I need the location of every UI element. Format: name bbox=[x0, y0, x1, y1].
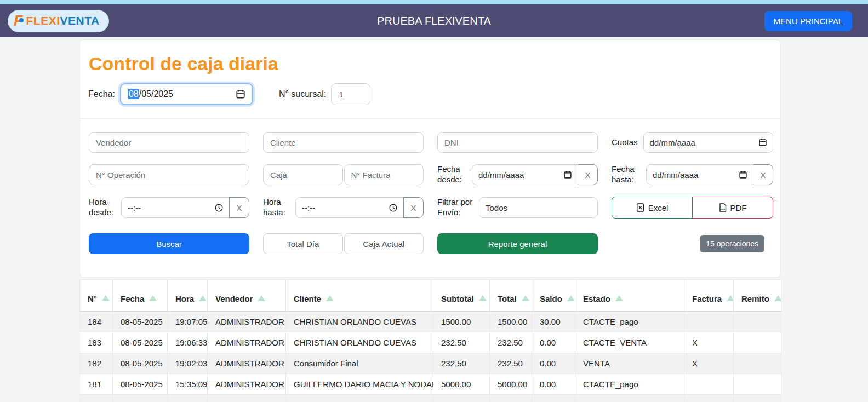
factura-input[interactable] bbox=[344, 164, 424, 185]
column-header-remito[interactable]: Remito bbox=[734, 280, 781, 312]
sort-ascending-icon[interactable] bbox=[479, 295, 487, 301]
fecha-desde-clear-button[interactable]: X bbox=[578, 164, 598, 185]
menu-principal-button[interactable]: MENU PRINCIPAL bbox=[764, 11, 852, 31]
envio-select[interactable]: Todos bbox=[479, 197, 598, 218]
cell-factura: X bbox=[684, 332, 734, 353]
column-header-n[interactable]: N° bbox=[80, 280, 113, 312]
table-row[interactable]: 18208-05-202519:02:03ADMINISTRADORConsum… bbox=[80, 353, 781, 374]
cell-fecha: 08-05-2025 bbox=[113, 312, 168, 332]
caja-input[interactable] bbox=[263, 164, 343, 185]
cell-subtotal: 5000.00 bbox=[433, 374, 490, 395]
cell-hora: 19:07:05 bbox=[168, 312, 208, 332]
sort-ascending-icon[interactable] bbox=[258, 295, 265, 301]
cell-vendedor: ADMINISTRADOR bbox=[208, 374, 286, 395]
cell-n: 182 bbox=[80, 353, 113, 374]
cell-saldo: 0.00 bbox=[532, 395, 575, 402]
cell-fecha: 08-05-2025 bbox=[113, 374, 168, 395]
caja-actual-button[interactable]: Caja Actual bbox=[344, 233, 424, 254]
vendedor-input[interactable] bbox=[89, 132, 249, 153]
app-logo[interactable]: F FLEXIVENTA bbox=[8, 10, 109, 32]
total-dia-button[interactable]: Total Día bbox=[263, 233, 343, 254]
page-title: Control de caja diaria bbox=[89, 53, 772, 74]
cell-total: 5000.00 bbox=[490, 374, 532, 395]
cell-cliente: GUILLERMO DARIO MACIA Y NODAR bbox=[286, 374, 433, 395]
column-header-cliente[interactable]: Cliente bbox=[286, 280, 433, 312]
export-excel-button[interactable]: Excel bbox=[612, 197, 693, 219]
cell-estado: CTACTE_VENTA bbox=[575, 332, 684, 353]
cell-n: 184 bbox=[80, 312, 113, 332]
calendar-icon[interactable] bbox=[236, 90, 245, 99]
page-header-title: PRUEBA FLEXIVENTA bbox=[377, 15, 490, 27]
cell-subtotal: 1125.00 bbox=[433, 395, 490, 402]
cell-remito bbox=[734, 332, 781, 353]
panel-divider bbox=[80, 118, 780, 119]
cell-fecha: 08-05-2025 bbox=[113, 395, 168, 402]
cell-saldo: 30.00 bbox=[532, 312, 575, 332]
table-row[interactable]: 18308-05-202519:06:33ADMINISTRADORCHRIST… bbox=[80, 332, 781, 353]
cell-cliente: CHRISTIAN ORLANDO CUEVAS bbox=[286, 312, 433, 332]
operations-table: N°FechaHoraVendedorClienteSubtotalTotalS… bbox=[79, 279, 781, 402]
clock-icon[interactable] bbox=[389, 204, 397, 212]
column-header-vendedor[interactable]: Vendedor bbox=[208, 280, 286, 312]
column-header-estado[interactable]: Estado bbox=[575, 280, 684, 312]
clock-icon[interactable] bbox=[215, 204, 223, 212]
cuotas-label: Cuotas bbox=[612, 137, 638, 148]
logo-text: FLEXIVENTA bbox=[26, 14, 100, 27]
sort-ascending-icon[interactable] bbox=[567, 295, 575, 301]
hora-desde-input[interactable]: --:-- bbox=[121, 197, 230, 218]
cell-total: 232.50 bbox=[490, 332, 532, 353]
cell-vendedor: ADMINISTRADOR bbox=[208, 312, 286, 332]
reporte-general-button[interactable]: Reporte general bbox=[437, 233, 598, 254]
export-pdf-button[interactable]: PDF PDF bbox=[692, 197, 773, 219]
operaciones-count-badge: 15 operaciones bbox=[700, 235, 764, 252]
cell-n: 180 bbox=[80, 395, 113, 402]
table-row[interactable]: 18108-05-202515:35:09ADMINISTRADORGUILLE… bbox=[80, 374, 781, 395]
sucursal-input[interactable] bbox=[331, 83, 370, 105]
sort-ascending-icon[interactable] bbox=[727, 295, 733, 301]
fecha-desde-input[interactable]: dd/mm/aaaa bbox=[472, 164, 578, 185]
cell-fecha: 08-05-2025 bbox=[113, 332, 168, 353]
dni-input[interactable] bbox=[437, 132, 598, 153]
cell-estado: CTACTE_pago bbox=[575, 374, 684, 395]
calendar-icon[interactable] bbox=[759, 139, 767, 146]
cell-vendedor: ADMINISTRADOR bbox=[208, 395, 286, 402]
cell-saldo: 0.00 bbox=[532, 374, 575, 395]
calendar-icon[interactable] bbox=[564, 171, 572, 179]
cuotas-date-input[interactable]: dd/mm/aaaa bbox=[643, 132, 773, 153]
sort-ascending-icon[interactable] bbox=[199, 295, 207, 301]
buscar-button[interactable]: Buscar bbox=[89, 233, 249, 254]
cell-saldo: 0.00 bbox=[532, 332, 575, 353]
fecha-hasta-input[interactable]: dd/mm/aaaa bbox=[646, 164, 753, 185]
sort-ascending-icon[interactable] bbox=[774, 295, 781, 301]
column-header-factura[interactable]: Factura bbox=[684, 280, 734, 312]
column-header-hora[interactable]: Hora bbox=[168, 280, 208, 312]
table-body: 18408-05-202519:07:05ADMINISTRADORCHRIST… bbox=[80, 312, 781, 402]
filter-panel: Control de caja diaria Fecha: 08/05/2025… bbox=[79, 39, 781, 278]
table-row[interactable]: 18008-05-202515:34:13ADMINISTRADORGUILLE… bbox=[80, 395, 781, 402]
fecha-desde-label: Fecha desde: bbox=[437, 164, 466, 185]
sort-ascending-icon[interactable] bbox=[149, 295, 157, 301]
cell-saldo: 0.00 bbox=[532, 353, 575, 374]
hora-hasta-input[interactable]: --:-- bbox=[295, 197, 404, 218]
column-header-subtotal[interactable]: Subtotal bbox=[433, 280, 490, 312]
sort-ascending-icon[interactable] bbox=[326, 295, 334, 301]
operacion-input[interactable] bbox=[89, 164, 249, 185]
fecha-date-input[interactable]: 08/05/2025 bbox=[120, 83, 253, 105]
column-header-total[interactable]: Total bbox=[490, 280, 532, 312]
cell-factura bbox=[684, 374, 734, 395]
cell-hora: 15:35:09 bbox=[168, 374, 208, 395]
column-header-saldo[interactable]: Saldo bbox=[532, 280, 575, 312]
fecha-hasta-clear-button[interactable]: X bbox=[753, 164, 773, 185]
hora-hasta-clear-button[interactable]: X bbox=[403, 197, 424, 218]
calendar-icon[interactable] bbox=[739, 171, 747, 179]
column-header-fecha[interactable]: Fecha bbox=[113, 280, 168, 312]
sort-ascending-icon[interactable] bbox=[522, 295, 529, 301]
svg-text:PDF: PDF bbox=[720, 208, 725, 211]
cell-remito bbox=[734, 312, 781, 332]
table-row[interactable]: 18408-05-202519:07:05ADMINISTRADORCHRIST… bbox=[80, 312, 781, 332]
sort-ascending-icon[interactable] bbox=[615, 295, 623, 301]
cliente-input[interactable] bbox=[263, 132, 424, 153]
sort-ascending-icon[interactable] bbox=[102, 295, 110, 301]
hora-desde-clear-button[interactable]: X bbox=[229, 197, 249, 218]
cell-cliente: Consumidor Final bbox=[286, 353, 433, 374]
